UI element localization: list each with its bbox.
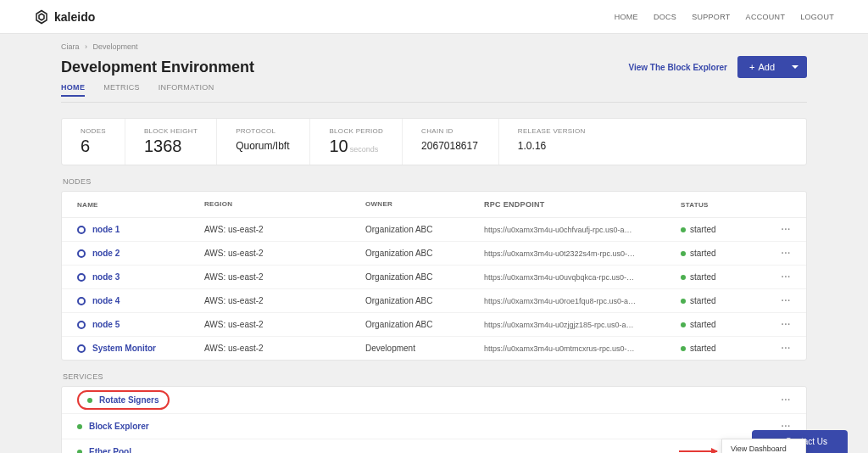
stat-item: BLOCK PERIOD 10seconds (310, 119, 403, 165)
node-link[interactable]: node 2 (92, 249, 120, 258)
brand-name: kaleido (54, 10, 95, 24)
table-row: node 1 AWS: us-east-2 Organization ABC h… (62, 218, 806, 242)
node-link[interactable]: System Monitor (92, 344, 156, 353)
topnav-account[interactable]: ACCOUNT (746, 13, 786, 21)
service-status-icon (87, 398, 92, 403)
node-link[interactable]: node 3 (92, 272, 120, 282)
node-link[interactable]: node 1 (92, 225, 120, 234)
topnav-docs[interactable]: DOCS (654, 13, 676, 21)
tab-information[interactable]: INFORMATION (159, 83, 214, 97)
service-row: Block Explorer···View DashboardView Logs… (62, 414, 806, 439)
table-row: node 3 AWS: us-east-2 Organization ABC h… (62, 266, 806, 289)
node-region: AWS: us-east-2 (204, 344, 365, 353)
node-status-icon (77, 249, 86, 258)
stat-item: RELEASE VERSION 1.0.16 (499, 119, 604, 165)
node-status-icon (77, 273, 86, 282)
nodes-table: NAME REGION OWNER RPC ENDPOINT STATUS no… (61, 191, 807, 361)
tab-home[interactable]: HOME (61, 83, 85, 97)
node-owner: Organization ABC (365, 272, 484, 282)
node-status: started (681, 320, 765, 329)
table-row: System Monitor AWS: us-east-2 Developmen… (62, 337, 806, 360)
service-link[interactable]: Rotate Signers (99, 395, 159, 405)
status-dot-icon (681, 322, 686, 327)
service-link[interactable]: Ether Pool (89, 447, 131, 453)
node-status-icon (77, 344, 86, 353)
table-row: node 5 AWS: us-east-2 Organization ABC h… (62, 313, 806, 337)
status-dot-icon (681, 299, 686, 304)
node-status: started (681, 344, 765, 353)
status-dot-icon (681, 251, 686, 256)
stat-value: 10seconds (329, 137, 383, 156)
col-rpc: RPC ENDPOINT (484, 200, 637, 209)
node-status-icon (77, 321, 86, 329)
table-row: node 4 AWS: us-east-2 Organization ABC h… (62, 289, 806, 313)
col-owner: OWNER (365, 200, 484, 209)
menu-item[interactable]: View Dashboard (722, 439, 805, 453)
node-rpc: https://u0xamx3m4u-u0roe1fqu8-rpc.us0-aw… (484, 297, 637, 305)
stat-item: BLOCK HEIGHT 1368 (125, 119, 217, 165)
row-actions-icon[interactable]: ··· (765, 344, 791, 353)
stat-item: CHAIN ID 2067018617 (403, 119, 499, 165)
stats-panel: NODES 6BLOCK HEIGHT 1368PROTOCOL Quorum/… (61, 118, 807, 165)
brand-logo[interactable]: kaleido (34, 9, 95, 25)
node-region: AWS: us-east-2 (204, 249, 365, 258)
service-status-icon (77, 450, 82, 454)
add-button[interactable]: + Add (737, 56, 807, 78)
stat-value: 2067018617 (421, 137, 480, 152)
row-actions-icon[interactable]: ··· (765, 249, 791, 258)
service-row: Ether Pool··· (62, 439, 806, 453)
row-actions-icon[interactable]: ··· (765, 296, 791, 305)
page-tabs: HOME METRICS INFORMATION (61, 83, 807, 103)
node-status: started (681, 225, 765, 234)
node-status: started (681, 249, 765, 258)
node-owner: Organization ABC (365, 296, 484, 305)
stat-label: CHAIN ID (421, 127, 480, 135)
stat-label: RELEASE VERSION (518, 127, 586, 135)
node-status-icon (77, 297, 86, 305)
stat-label: BLOCK PERIOD (329, 127, 383, 135)
view-block-explorer-link[interactable]: View The Block Explorer (628, 63, 727, 72)
col-name: NAME (77, 200, 204, 209)
node-rpc: https://u0xamx3m4u-u0mtmcxrus-rpc.us0-aw… (484, 344, 637, 353)
col-status: STATUS (681, 200, 765, 209)
topnav-home[interactable]: HOME (615, 13, 638, 21)
services-section-label: SERVICES (61, 372, 807, 381)
breadcrumb-root[interactable]: Ciara (61, 42, 80, 51)
stat-label: NODES (81, 127, 106, 135)
status-dot-icon (681, 227, 686, 232)
row-actions-icon[interactable]: ··· (765, 272, 791, 282)
node-rpc: https://u0xamx3m4u-u0zjgjz185-rpc.us0-aw… (484, 321, 637, 329)
svg-marker-0 (36, 10, 47, 23)
status-dot-icon (681, 346, 686, 351)
row-actions-icon[interactable]: ··· (765, 225, 791, 234)
row-actions-icon[interactable]: ··· (765, 395, 791, 405)
nodes-section-label: NODES (61, 177, 807, 186)
stat-item: NODES 6 (62, 119, 125, 165)
topnav-support[interactable]: SUPPORT (692, 13, 730, 21)
breadcrumb-current: Development (93, 42, 138, 51)
node-rpc: https://u0xamx3m4u-u0chfvaufj-rpc.us0-aw… (484, 226, 637, 234)
node-status: started (681, 272, 765, 282)
node-link[interactable]: node 4 (92, 296, 120, 305)
node-region: AWS: us-east-2 (204, 320, 365, 329)
stat-value: Quorum/Ibft (236, 137, 291, 152)
node-status: started (681, 296, 765, 305)
stat-label: BLOCK HEIGHT (144, 127, 198, 135)
stat-value: 6 (81, 137, 106, 156)
tab-metrics[interactable]: METRICS (103, 83, 140, 97)
topnav-logout[interactable]: LOGOUT (800, 13, 834, 21)
breadcrumb: Ciara › Development (61, 34, 807, 56)
service-status-icon (77, 424, 82, 429)
top-nav: HOME DOCS SUPPORT ACCOUNT LOGOUT (615, 13, 834, 21)
node-owner: Development (365, 344, 484, 353)
stat-label: PROTOCOL (236, 127, 291, 135)
service-row: Rotate Signers··· (62, 387, 806, 414)
service-link[interactable]: Block Explorer (89, 422, 149, 431)
node-owner: Organization ABC (365, 225, 484, 234)
node-link[interactable]: node 5 (92, 320, 120, 329)
row-actions-icon[interactable]: ··· (765, 320, 791, 329)
stat-value: 1368 (144, 137, 198, 156)
node-rpc: https://u0xamx3m4u-u0uvqbqkca-rpc.us0-aw… (484, 273, 637, 282)
stat-item: PROTOCOL Quorum/Ibft (217, 119, 310, 165)
stat-value: 1.0.16 (518, 137, 586, 152)
